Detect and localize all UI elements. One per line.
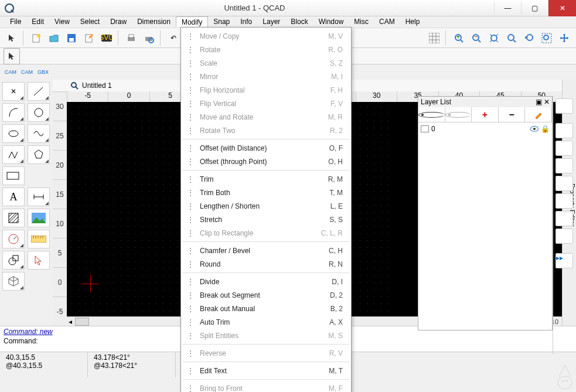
rs-btn-9[interactable]: ▸▸: [555, 253, 573, 268]
zoom-in-button[interactable]: +: [451, 30, 467, 46]
menu-edit[interactable]: Edit: [26, 16, 49, 28]
rs-btn-4[interactable]: [555, 158, 573, 173]
svg-point-39: [558, 376, 572, 389]
circle-tool[interactable]: [28, 103, 50, 122]
rs-btn-7[interactable]: [555, 211, 573, 226]
menu-layer[interactable]: Layer: [257, 16, 285, 28]
image-tool[interactable]: [28, 209, 50, 227]
arc-tool[interactable]: [2, 103, 25, 122]
layer-add[interactable]: +: [472, 107, 499, 122]
measure-tool[interactable]: [2, 230, 25, 248]
menuitem-offset-through-point-[interactable]: ⋮Offset (through Point)O, H: [181, 155, 351, 168]
layer-visible-all[interactable]: [418, 107, 445, 122]
ruler-vertical: 302520151050-5: [53, 91, 67, 326]
print-preview-button[interactable]: [141, 30, 157, 46]
menu-cam[interactable]: CAM: [374, 16, 400, 28]
layer-dock-icon[interactable]: ▣: [536, 98, 542, 106]
menuitem-clip-to-rectangle: ⋮Clip to RectangleC, L, R: [181, 226, 351, 240]
menu-window[interactable]: Window: [313, 16, 349, 28]
menuitem-bring-to-front: ⋮Bring to FrontM, F: [181, 381, 351, 392]
menu-file[interactable]: File: [5, 16, 26, 28]
line-tool[interactable]: [28, 82, 50, 101]
minimize-button[interactable]: —: [494, 2, 521, 15]
rs-btn-1[interactable]: [555, 98, 573, 114]
menu-misc[interactable]: Misc: [349, 16, 374, 28]
undo-button[interactable]: ↶: [165, 30, 182, 46]
modify-menu-dropdown: ⋮Move / CopyM, V⋮RotateR, O⋮ScaleS, Z⋮Mi…: [180, 27, 352, 392]
pointer-button[interactable]: [4, 30, 20, 46]
layer-item[interactable]: 0 🔒: [420, 124, 551, 134]
menuitem-divide[interactable]: ⋮DivideD, I: [181, 275, 351, 288]
rs-btn-5[interactable]: [555, 176, 573, 191]
menuitem-break-out-manual[interactable]: ⋮Break out ManualB, 2: [181, 302, 351, 315]
menuitem-chamfer-bevel[interactable]: ⋮Chamfer / BevelC, H: [181, 244, 351, 257]
rs-btn-8[interactable]: [555, 229, 573, 244]
close-button[interactable]: ✕: [548, 0, 576, 16]
point-tool[interactable]: ✕: [2, 82, 25, 101]
layer-close-icon[interactable]: ✕: [544, 98, 550, 106]
eye-icon[interactable]: [530, 126, 538, 132]
menuitem-trim-both[interactable]: ⋮Trim BothT, M: [181, 186, 351, 199]
rectangle-tool[interactable]: [2, 166, 25, 185]
layer-edit[interactable]: [525, 107, 552, 122]
lock-icon[interactable]: 🔒: [541, 125, 550, 133]
polyline-tool[interactable]: [2, 145, 25, 164]
menu-snap[interactable]: Snap: [208, 16, 235, 28]
svg-rect-12: [429, 33, 439, 43]
spline-tool[interactable]: [28, 124, 50, 143]
pan-button[interactable]: [556, 30, 572, 46]
save-button[interactable]: [63, 30, 80, 46]
layer-visible-toggle[interactable]: [445, 107, 472, 122]
menuitem-icon: ⋮: [186, 45, 195, 54]
menuitem-lengthen-shorten[interactable]: ⋮Lengthen / ShortenL, E: [181, 199, 351, 213]
menu-view[interactable]: View: [49, 16, 75, 28]
polygon-tool[interactable]: [28, 145, 50, 164]
menuitem-trim[interactable]: ⋮TrimR, M: [181, 172, 351, 186]
menuitem-round[interactable]: ⋮RoundR, N: [181, 257, 351, 271]
zoom-out-button[interactable]: −: [468, 30, 485, 46]
menu-help[interactable]: Help: [400, 16, 425, 28]
cam-btn-2[interactable]: CAM: [21, 69, 33, 75]
layer-remove[interactable]: −: [499, 107, 526, 122]
open-button[interactable]: [46, 30, 62, 46]
zoom-extent-button[interactable]: [486, 30, 502, 46]
maximize-button[interactable]: ▢: [521, 2, 548, 15]
menu-draw[interactable]: Draw: [105, 16, 132, 28]
menuitem-offset-with-distance-[interactable]: ⋮Offset (with Distance)O, F: [181, 141, 351, 155]
menuitem-edit-text[interactable]: ⋮Edit TextM, T: [181, 364, 351, 377]
cam-btn-1[interactable]: CAM: [5, 69, 16, 75]
select-pointer-tool[interactable]: [28, 251, 50, 270]
rs-btn-6[interactable]: [555, 193, 573, 209]
dimension-tool[interactable]: [28, 188, 50, 206]
menu-dimension[interactable]: Dimension: [132, 16, 176, 28]
menu-select[interactable]: Select: [75, 16, 105, 28]
zoom-window-button[interactable]: [538, 30, 555, 46]
menu-info[interactable]: Info: [235, 16, 257, 28]
svg-button[interactable]: SVG: [98, 30, 115, 46]
ruler-tool[interactable]: [28, 230, 50, 248]
print-button[interactable]: [123, 30, 139, 46]
gbx-btn[interactable]: GBX: [38, 69, 49, 75]
status-coords-1: 40.3,15.5@40.3,15.5: [0, 352, 88, 377]
menuitem-auto-trim[interactable]: ⋮Auto TrimA, X: [181, 315, 351, 329]
menuitem-stretch[interactable]: ⋮StretchS, S: [181, 213, 351, 226]
grid-toggle[interactable]: [426, 30, 442, 46]
menu-block[interactable]: Block: [285, 16, 313, 28]
layer-list-tab[interactable]: Layer List: [397, 145, 410, 177]
menuitem-icon: ⋮: [186, 246, 195, 255]
menu-modify[interactable]: Modify: [176, 16, 208, 28]
hatch-tool[interactable]: [2, 209, 25, 227]
iso-tool[interactable]: [2, 272, 25, 291]
menuitem-break-out-segment[interactable]: ⋮Break out SegmentD, 2: [181, 288, 351, 302]
ellipse-tool[interactable]: [2, 124, 25, 143]
menuitem-icon: ⋮: [186, 72, 195, 81]
new-button[interactable]: [28, 30, 45, 46]
zoom-prev-button[interactable]: [521, 30, 537, 46]
rs-btn-3[interactable]: [555, 141, 573, 156]
pointer-button-2[interactable]: [4, 48, 20, 64]
edit-button[interactable]: [81, 30, 97, 46]
text-tool[interactable]: A: [2, 188, 25, 206]
zoom-selection-button[interactable]: [503, 30, 520, 46]
modify-shape-tool[interactable]: [2, 251, 25, 270]
rs-btn-2[interactable]: [555, 123, 573, 138]
